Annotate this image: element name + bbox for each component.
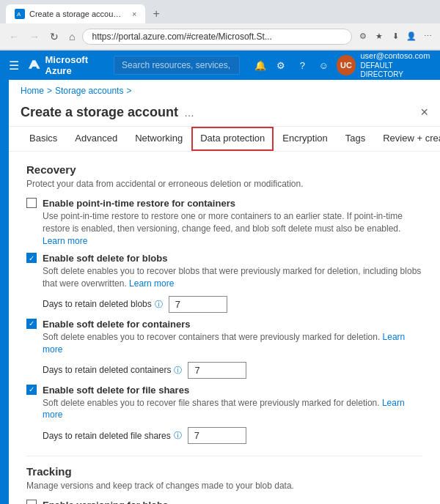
tracking-desc: Manage versions and keep track of change… [26, 481, 422, 491]
soft-delete-containers-checkbox[interactable] [26, 319, 37, 329]
tab-data-protection[interactable]: Data protection [191, 127, 274, 151]
settings-icon[interactable]: ⚙ [273, 56, 290, 74]
tab-tags[interactable]: Tags [337, 127, 374, 151]
blobs-days-row: Days to retain deleted blobs ⓘ [43, 296, 422, 313]
point-in-time-label: Enable point-in-time restore for contain… [43, 198, 422, 209]
profile-icon[interactable]: 👤 [405, 30, 418, 43]
blobs-days-info-icon[interactable]: ⓘ [155, 299, 163, 310]
soft-delete-containers-content: Enable soft delete for containers Soft d… [43, 319, 422, 356]
tab-networking[interactable]: Networking [126, 127, 191, 151]
tracking-title: Tracking [26, 465, 422, 478]
refresh-button[interactable]: ↻ [47, 29, 62, 44]
url-input[interactable] [82, 29, 352, 45]
point-in-time-learn-more[interactable]: Learn more [43, 236, 87, 246]
tab-review-create[interactable]: Review + create [374, 127, 440, 151]
sidebar [0, 80, 9, 504]
user-avatar[interactable]: UC [337, 55, 356, 75]
breadcrumb-storage[interactable]: Storage accounts [55, 86, 123, 96]
soft-delete-containers-desc: Soft delete enables you to recover conta… [43, 331, 422, 356]
tab-encryption[interactable]: Encryption [274, 127, 336, 151]
soft-delete-blobs-checkbox[interactable] [26, 253, 37, 263]
soft-delete-shares-content: Enable soft delete for file shares Soft … [43, 385, 422, 422]
page-options-icon[interactable]: … [184, 107, 194, 119]
soft-delete-containers-row: Enable soft delete for containers Soft d… [26, 319, 422, 356]
point-in-time-desc: Use point-in-time restore to restore one… [43, 210, 422, 247]
shares-days-info-icon[interactable]: ⓘ [174, 430, 182, 441]
divider-1 [26, 456, 422, 456]
user-directory: DEFAULT DIRECTORY [360, 62, 434, 79]
menu-icon[interactable]: ⋯ [421, 30, 434, 43]
containers-days-info-icon[interactable]: ⓘ [174, 365, 182, 376]
tab-favicon: A [15, 9, 25, 19]
user-email: user@contoso.com [360, 51, 434, 61]
containers-days-label: Days to retain deleted containers ⓘ [43, 365, 182, 376]
soft-delete-containers-learn-more[interactable]: Learn more [43, 332, 405, 355]
address-bar: ← → ↻ ⌂ ⚙ ★ ⬇ 👤 ⋯ [0, 23, 440, 50]
breadcrumb-home[interactable]: Home [21, 86, 44, 96]
home-button[interactable]: ⌂ [66, 29, 78, 44]
point-in-time-content: Enable point-in-time restore for contain… [43, 198, 422, 247]
soft-delete-shares-label: Enable soft delete for file shares [43, 385, 422, 396]
soft-delete-containers-label: Enable soft delete for containers [43, 319, 422, 330]
blobs-days-label: Days to retain deleted blobs ⓘ [43, 299, 163, 310]
tab-advanced[interactable]: Advanced [66, 127, 126, 151]
soft-delete-shares-learn-more[interactable]: Learn more [43, 398, 405, 420]
versioning-checkbox[interactable] [26, 500, 37, 504]
point-in-time-row: Enable point-in-time restore for contain… [26, 198, 422, 247]
soft-delete-blobs-learn-more[interactable]: Learn more [129, 278, 174, 289]
soft-delete-blobs-desc: Soft delete enables you to recover blobs… [43, 265, 422, 290]
tracking-section: Tracking Manage versions and keep track … [26, 465, 422, 504]
browser-chrome: A Create a storage account - Mic... × + … [0, 0, 440, 51]
page-title-area: Create a storage account … × [9, 102, 440, 127]
page-wrapper: Home > Storage accounts > Create a stora… [0, 80, 440, 504]
new-tab-button[interactable]: + [148, 7, 164, 21]
containers-days-row: Days to retain deleted containers ⓘ [43, 362, 422, 379]
extensions-icon[interactable]: ⚙ [356, 30, 370, 43]
versioning-row: Enable versioning for blobs Use versioni… [26, 500, 422, 504]
hamburger-menu[interactable]: ☰ [6, 56, 22, 75]
downloads-icon[interactable]: ⬇ [389, 30, 402, 43]
containers-days-input[interactable] [188, 362, 246, 379]
portal-search-input[interactable] [114, 56, 240, 75]
shares-days-label: Days to retain deleted file shares ⓘ [43, 430, 182, 441]
azure-logo: Microsoft Azure [28, 54, 108, 76]
close-page-button[interactable]: × [420, 105, 428, 120]
svg-text:A: A [17, 11, 21, 18]
recovery-section: Recovery Protect your data from accident… [26, 163, 422, 444]
content-area: Recovery Protect your data from accident… [9, 152, 440, 504]
soft-delete-shares-row: Enable soft delete for file shares Soft … [26, 385, 422, 422]
breadcrumb-sep2: > [126, 86, 131, 96]
main-content: Home > Storage accounts > Create a stora… [9, 80, 440, 504]
portal-header-icons: 🔔 ⚙ ? ☺ UC user@contoso.com DEFAULT DIRE… [252, 51, 434, 78]
help-icon[interactable]: ? [294, 56, 311, 74]
tab-close-icon[interactable]: × [132, 10, 136, 18]
soft-delete-shares-desc: Soft delete enables you to recover file … [43, 397, 422, 422]
shares-days-input[interactable] [188, 427, 246, 444]
browser-icons: ⚙ ★ ⬇ 👤 ⋯ [356, 30, 434, 43]
user-info: user@contoso.com DEFAULT DIRECTORY [360, 51, 434, 78]
tab-bar: A Create a storage account - Mic... × + [0, 0, 440, 23]
versioning-label: Enable versioning for blobs [43, 500, 422, 504]
back-button[interactable]: ← [6, 29, 22, 44]
breadcrumb-sep1: > [47, 86, 52, 96]
recovery-title: Recovery [26, 163, 422, 176]
soft-delete-shares-checkbox[interactable] [26, 385, 37, 395]
point-in-time-checkbox[interactable] [26, 198, 37, 208]
soft-delete-blobs-label: Enable soft delete for blobs [43, 253, 422, 264]
tabs-bar: Basics Advanced Networking Data protecti… [9, 127, 440, 152]
favorites-icon[interactable]: ★ [373, 30, 386, 43]
feedback-icon[interactable]: ☺ [315, 56, 332, 74]
forward-button[interactable]: → [26, 29, 43, 44]
shares-days-row: Days to retain deleted file shares ⓘ [43, 427, 422, 444]
notifications-icon[interactable]: 🔔 [252, 56, 268, 74]
soft-delete-blobs-content: Enable soft delete for blobs Soft delete… [43, 253, 422, 290]
portal-header: ☰ Microsoft Azure 🔔 ⚙ ? ☺ UC user@contos… [0, 51, 440, 80]
tab-title: Create a storage account - Mic... [29, 10, 125, 18]
page-title: Create a storage account [21, 105, 178, 120]
versioning-content: Enable versioning for blobs Use versioni… [43, 500, 422, 504]
blobs-days-input[interactable] [169, 296, 227, 313]
recovery-desc: Protect your data from accidental or err… [26, 179, 422, 189]
browser-tab[interactable]: A Create a storage account - Mic... × [6, 4, 145, 23]
soft-delete-blobs-row: Enable soft delete for blobs Soft delete… [26, 253, 422, 290]
tab-basics[interactable]: Basics [21, 127, 66, 151]
